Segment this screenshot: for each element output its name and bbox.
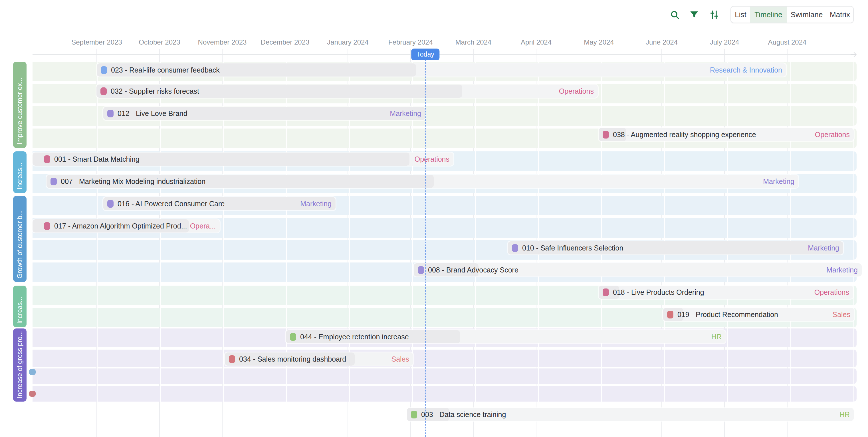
- tab-list[interactable]: List: [731, 6, 750, 23]
- month-label: September 2023: [71, 38, 122, 46]
- toolbar: ListTimelineSwimlaneMatrix: [0, 0, 868, 31]
- task-category-label: Sales: [832, 308, 850, 321]
- swimlane-label-2[interactable]: Growth of customer b...: [13, 196, 27, 282]
- search-icon: [670, 10, 680, 20]
- task-status-icon: [229, 355, 235, 363]
- filter-button[interactable]: [689, 10, 700, 20]
- task-status-icon: [44, 155, 50, 163]
- swimlane-label-text: Improve customer ex...: [13, 74, 27, 148]
- month-label: May 2024: [584, 38, 614, 46]
- task-bar[interactable]: 018 - Live Products OrderingOperations: [599, 286, 853, 299]
- milestone-red[interactable]: [29, 391, 36, 397]
- task-bar-content: 010 - Safe Influencers Selection: [508, 241, 843, 255]
- settings-sliders-icon: [709, 10, 720, 20]
- month-label: March 2024: [456, 38, 492, 46]
- today-badge[interactable]: Today: [411, 49, 439, 60]
- task-category-label: Marketing: [390, 107, 421, 120]
- task-status-icon: [107, 200, 114, 208]
- task-bar-content: 032 - Supplier risks forecast: [96, 85, 598, 98]
- search-button[interactable]: [670, 10, 680, 20]
- month-label: August 2024: [768, 38, 807, 46]
- task-category-label: Marketing: [808, 241, 839, 255]
- task-status-icon: [100, 87, 107, 95]
- task-category-label: Marketing: [763, 175, 795, 188]
- task-status-icon: [107, 110, 114, 117]
- month-label: January 2024: [327, 38, 368, 46]
- settings-sliders-button[interactable]: [709, 10, 720, 20]
- task-category-label: Operations: [414, 152, 450, 166]
- task-title: 001 - Smart Data Matching: [54, 155, 140, 164]
- tab-timeline[interactable]: Timeline: [750, 6, 787, 23]
- task-bar-content: 034 - Sales monitoring dashboard: [225, 352, 413, 366]
- task-title: 023 - Real-life consumer feedback: [111, 66, 220, 74]
- month-label: April 2024: [521, 38, 552, 46]
- month-label: July 2024: [710, 38, 739, 46]
- task-bar[interactable]: 044 - Employee retention increaseHR: [286, 330, 725, 343]
- month-label: November 2023: [198, 38, 247, 46]
- task-category-label: Operations: [559, 85, 594, 98]
- task-bar[interactable]: 019 - Product RecommendationSales: [663, 308, 854, 321]
- task-category-label: Operations: [815, 128, 850, 141]
- task-category-label: Marketing: [300, 197, 332, 210]
- task-title: 017 - Amazon Algorithm Optimized Prod...: [54, 222, 187, 230]
- task-title: 032 - Supplier risks forecast: [111, 87, 199, 95]
- task-category-label: Research & Innovation: [710, 63, 782, 77]
- task-title: 018 - Live Products Ordering: [613, 288, 704, 296]
- task-bar-content: 044 - Employee retention increase: [286, 330, 725, 343]
- task-status-icon: [512, 244, 518, 252]
- task-status-icon: [667, 311, 673, 318]
- swimlane-label-1[interactable]: Increas...: [13, 151, 27, 193]
- timeline-axis: [33, 54, 851, 55]
- task-title: 007 - Marketing Mix Modeling industriali…: [61, 177, 206, 186]
- task-category-label: Operations: [814, 286, 849, 299]
- row-stripe: [33, 386, 857, 402]
- month-label: December 2023: [261, 38, 310, 46]
- task-category-label: Opera...: [190, 220, 216, 233]
- task-title: 016 - AI Powered Consumer Care: [118, 200, 224, 208]
- row-stripe: [33, 350, 857, 367]
- swimlane-label-4[interactable]: Increase of gross pro...: [13, 328, 27, 402]
- task-bar-content: 001 - Smart Data Matching: [33, 152, 454, 166]
- task-title: 010 - Safe Influencers Selection: [522, 244, 623, 252]
- gantt-chart: September 2023October 2023November 2023D…: [0, 0, 868, 437]
- task-bar-content: 003 - Data science training: [407, 408, 854, 421]
- task-bar[interactable]: 010 - Safe Influencers SelectionMarketin…: [508, 241, 843, 255]
- task-category-label: HR: [711, 330, 722, 343]
- task-status-icon: [51, 178, 57, 185]
- today-line: [425, 59, 426, 437]
- month-label: February 2024: [389, 38, 433, 46]
- task-bar[interactable]: 012 - Live Love BrandMarketing: [103, 107, 425, 120]
- timeline-view: September 2023October 2023November 2023D…: [0, 0, 868, 437]
- task-bar[interactable]: 038 - Augmented reality shopping experie…: [599, 128, 854, 141]
- tab-swimlane[interactable]: Swimlane: [787, 6, 827, 23]
- month-label: June 2024: [646, 38, 678, 46]
- task-bar[interactable]: 032 - Supplier risks forecastOperations: [96, 85, 598, 98]
- task-bar[interactable]: 001 - Smart Data MatchingOperations: [33, 152, 454, 166]
- task-status-icon: [101, 66, 107, 74]
- swimlane-label-0[interactable]: Improve customer ex...: [13, 62, 27, 148]
- task-bar[interactable]: 017 - Amazon Algorithm Optimized Prod...…: [33, 220, 220, 233]
- task-category-label: Marketing: [826, 263, 858, 276]
- task-status-icon: [290, 333, 296, 341]
- task-bar-content: 012 - Live Love Brand: [103, 107, 425, 120]
- task-bar[interactable]: 003 - Data science trainingHR: [407, 408, 854, 421]
- swimlane-label-text: Growth of customer b...: [13, 207, 27, 282]
- task-bar[interactable]: 023 - Real-life consumer feedbackResearc…: [97, 63, 786, 77]
- task-bar[interactable]: 007 - Marketing Mix Modeling industriali…: [46, 175, 798, 188]
- axis-arrow-icon: [850, 51, 857, 59]
- task-status-icon: [602, 289, 609, 296]
- swimlane-label-text: Increas...: [13, 293, 27, 327]
- task-bar[interactable]: 008 - Brand Advocacy ScoreMarketing: [414, 263, 862, 276]
- task-bar[interactable]: 016 - AI Powered Consumer CareMarketing: [103, 197, 336, 210]
- task-category-label: Sales: [391, 352, 409, 366]
- task-title: 044 - Employee retention increase: [300, 333, 409, 341]
- task-title: 008 - Brand Advocacy Score: [428, 266, 519, 274]
- task-status-icon: [418, 266, 424, 274]
- task-status-icon: [411, 411, 417, 418]
- milestone-blue[interactable]: [29, 369, 36, 375]
- task-bar[interactable]: 034 - Sales monitoring dashboardSales: [225, 352, 413, 366]
- task-status-icon: [44, 222, 50, 230]
- swimlane-label-3[interactable]: Increas...: [13, 286, 27, 327]
- tab-matrix[interactable]: Matrix: [827, 6, 853, 23]
- swimlane-label-text: Increase of gross pro...: [13, 328, 27, 402]
